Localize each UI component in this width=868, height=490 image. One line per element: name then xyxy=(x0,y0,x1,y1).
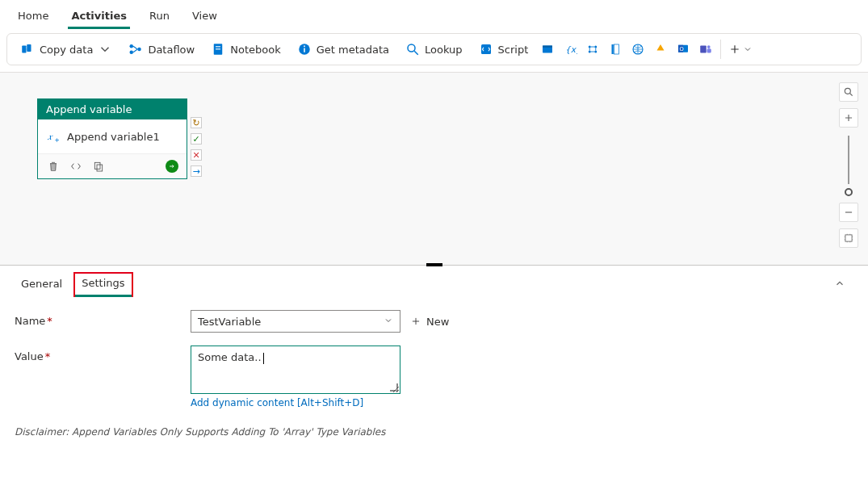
toolbar-icon-office365[interactable]: O xyxy=(672,38,694,61)
activity-append-variable[interactable]: Append variable 𝑥+ Append variable1 xyxy=(37,98,187,179)
variable-name-select[interactable]: TestVariable xyxy=(191,310,400,333)
add-dynamic-content-link[interactable]: Add dynamic content [Alt+Shift+D] xyxy=(191,397,400,408)
search-icon xyxy=(405,42,420,57)
svg-rect-7 xyxy=(216,48,220,49)
svg-point-33 xyxy=(845,88,850,94)
svg-rect-0 xyxy=(22,46,26,53)
dataflow-button[interactable]: Dataflow xyxy=(120,39,203,60)
toolbar-icon-sql[interactable] xyxy=(536,38,559,61)
disclaimer-text: Disclaimer: Append Variables Only Suppor… xyxy=(15,421,853,438)
value-label: Value* xyxy=(15,346,191,362)
copy-data-label: Copy data xyxy=(40,44,93,56)
fit-screen-button[interactable] xyxy=(839,228,858,248)
notebook-icon xyxy=(211,42,225,57)
svg-point-18 xyxy=(589,51,591,53)
pipeline-canvas: Append variable 𝑥+ Append variable1 ↻ ✓ xyxy=(0,72,868,266)
toolbar-icon-stored-proc[interactable] xyxy=(604,38,627,61)
svg-rect-34 xyxy=(845,235,852,241)
copy-data-icon xyxy=(20,42,35,57)
tab-home[interactable]: Home xyxy=(6,5,60,28)
svg-point-17 xyxy=(595,46,598,48)
properties-panel: General Settings Name* TestVariable New xyxy=(0,266,868,438)
canvas-search-icon[interactable] xyxy=(839,82,858,102)
svg-point-19 xyxy=(595,51,598,53)
new-label: New xyxy=(426,316,449,328)
toolbar-icon-invoke-pipeline[interactable] xyxy=(581,38,604,61)
svg-rect-14 xyxy=(543,46,552,48)
row-value: Value* Some data.. Add dynamic content [… xyxy=(15,346,853,408)
panel-tabs: General Settings xyxy=(0,266,868,297)
output-retry-icon[interactable]: ↻ xyxy=(191,117,202,128)
svg-rect-9 xyxy=(304,48,305,52)
activity-footer xyxy=(38,154,187,178)
svg-point-2 xyxy=(130,44,134,48)
toolbar-add-button[interactable] xyxy=(724,38,757,61)
toolbar-icon-webhook[interactable] xyxy=(649,38,672,61)
notebook-label: Notebook xyxy=(230,44,280,56)
svg-rect-20 xyxy=(612,44,614,54)
tab-activities[interactable]: Activities xyxy=(60,5,138,28)
svg-text:O: O xyxy=(680,46,684,52)
panel-collapse-button[interactable] xyxy=(834,278,855,291)
toolbar-icon-variable[interactable]: {x} xyxy=(559,38,581,61)
script-label: Script xyxy=(498,44,529,56)
svg-rect-32 xyxy=(97,165,103,171)
zoom-in-button[interactable] xyxy=(839,108,858,128)
svg-text:+: + xyxy=(55,136,60,144)
variable-name-value: TestVariable xyxy=(198,316,261,328)
get-metadata-button[interactable]: Get metadata xyxy=(289,39,397,60)
tab-general[interactable]: General xyxy=(13,273,70,296)
svg-text:{x}: {x} xyxy=(565,44,577,54)
chevron-down-icon xyxy=(384,316,393,328)
tab-view[interactable]: View xyxy=(181,5,229,28)
svg-point-11 xyxy=(408,44,415,52)
toolbar-separator xyxy=(720,40,721,59)
activity-header: Append variable xyxy=(38,99,187,119)
activity-name-label: Append variable1 xyxy=(67,131,160,143)
svg-point-10 xyxy=(304,45,305,47)
notebook-button[interactable]: Notebook xyxy=(203,39,288,60)
svg-point-4 xyxy=(138,48,142,52)
script-icon xyxy=(479,42,493,57)
zoom-slider-track[interactable] xyxy=(848,136,849,184)
run-activity-icon[interactable] xyxy=(166,160,178,173)
activity-status-outputs: ↻ ✓ ✕ → xyxy=(191,117,202,177)
output-skip-icon[interactable]: → xyxy=(191,165,202,177)
svg-rect-21 xyxy=(614,44,619,54)
name-label: Name* xyxy=(15,310,191,327)
zoom-out-button[interactable] xyxy=(839,203,858,222)
dataflow-label: Dataflow xyxy=(148,44,195,56)
output-failure-icon[interactable]: ✕ xyxy=(191,149,202,161)
copy-icon[interactable] xyxy=(91,159,106,174)
lookup-label: Lookup xyxy=(425,44,463,56)
main-tabs: Home Activities Run View xyxy=(0,0,868,28)
value-input[interactable]: Some data.. xyxy=(191,346,400,394)
code-icon[interactable] xyxy=(69,159,83,174)
panel-resize-handle[interactable] xyxy=(426,263,442,266)
svg-rect-26 xyxy=(701,46,707,53)
row-name: Name* TestVariable New xyxy=(15,310,853,333)
svg-rect-28 xyxy=(707,48,711,52)
new-variable-button[interactable]: New xyxy=(410,316,449,328)
tab-run[interactable]: Run xyxy=(138,5,181,28)
script-button[interactable]: Script xyxy=(471,39,537,60)
toolbar-icon-teams[interactable] xyxy=(694,38,717,61)
svg-point-27 xyxy=(707,45,711,48)
zoom-slider-thumb[interactable] xyxy=(845,188,853,196)
svg-point-16 xyxy=(589,46,591,48)
append-variable-icon: 𝑥+ xyxy=(46,129,61,144)
svg-rect-1 xyxy=(27,44,31,52)
svg-text:𝑥: 𝑥 xyxy=(47,131,53,142)
svg-rect-31 xyxy=(94,162,100,169)
get-metadata-label: Get metadata xyxy=(317,44,389,56)
output-success-icon[interactable]: ✓ xyxy=(191,133,202,144)
tab-settings[interactable]: Settings xyxy=(73,272,132,297)
activity-body: 𝑥+ Append variable1 xyxy=(38,119,187,154)
delete-icon[interactable] xyxy=(46,159,61,174)
copy-data-button[interactable]: Copy data xyxy=(12,39,120,60)
lookup-button[interactable]: Lookup xyxy=(397,39,471,60)
info-icon xyxy=(297,42,312,57)
toolbar-icon-web[interactable] xyxy=(627,38,649,61)
canvas-zoom-controls xyxy=(839,82,858,248)
svg-rect-6 xyxy=(216,46,220,47)
